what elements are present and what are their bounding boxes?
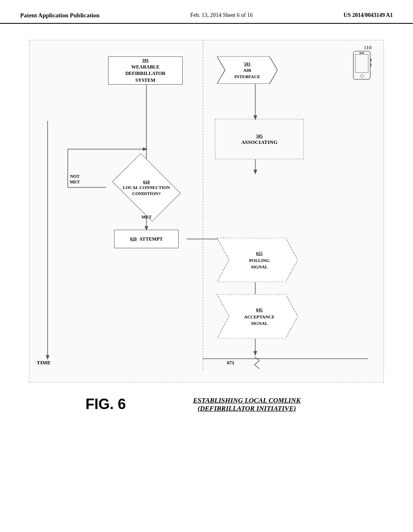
phone-icon bbox=[351, 50, 373, 79]
box-620: 620 ATTEMPT bbox=[114, 230, 179, 248]
bottom-row: FIG. 6 ESTABLISHING LOCAL COMLINK (DEFIB… bbox=[29, 391, 384, 413]
met-label: MET bbox=[142, 214, 152, 219]
svg-text:645: 645 bbox=[256, 307, 263, 312]
box-610-text1: LOCAL CONNECTION bbox=[110, 185, 183, 190]
box-610: 610 LOCAL CONNECTION CONDITION? bbox=[106, 161, 187, 214]
svg-rect-13 bbox=[353, 51, 370, 79]
box-101-text2: DEFIBRILLATOR bbox=[125, 70, 166, 77]
not-met-label: NOT MET bbox=[70, 173, 80, 185]
box-101-text3: SYSTEM bbox=[136, 77, 155, 84]
box-505: 505 ASSOCIATING bbox=[215, 119, 304, 159]
svg-text:AIR: AIR bbox=[243, 68, 252, 73]
svg-text:SIGNAL: SIGNAL bbox=[251, 321, 268, 326]
diagram-svg bbox=[29, 40, 384, 382]
caption-container: ESTABLISHING LOCAL COMLINK (DEFIBRILLATO… bbox=[134, 391, 360, 413]
header-center-label: Feb. 13, 2014 Sheet 6 of 16 bbox=[190, 12, 253, 19]
main-content: 110 101 WEARABLE DEFIBRILLATOR SYSTEM bbox=[0, 24, 413, 421]
box-501: 501 AIR INTERFACE bbox=[217, 56, 277, 84]
svg-rect-14 bbox=[355, 54, 368, 73]
box-645: 645 ACCEPTANCE SIGNAL bbox=[217, 294, 298, 339]
box-610-num: 610 bbox=[143, 179, 150, 184]
time-label: TIME bbox=[37, 360, 51, 366]
header-left-label: Patent Application Publication bbox=[20, 12, 100, 19]
svg-rect-18 bbox=[370, 63, 371, 66]
ref-110-label: 110 bbox=[364, 44, 371, 51]
diagram-container: 110 101 WEARABLE DEFIBRILLATOR SYSTEM bbox=[29, 40, 384, 382]
box-620-text: ATTEMPT bbox=[139, 236, 163, 243]
caption-line1: ESTABLISHING LOCAL COMLINK bbox=[134, 397, 360, 405]
box-671-label: 671 bbox=[227, 360, 234, 366]
svg-text:SIGNAL: SIGNAL bbox=[251, 264, 268, 269]
svg-point-15 bbox=[361, 75, 364, 78]
box-610-text2: CONDITION? bbox=[110, 190, 183, 196]
caption-line2: (DEFIBRILLATOR INITIATIVE) bbox=[134, 405, 360, 413]
caption-area: ESTABLISHING LOCAL COMLINK (DEFIBRILLATO… bbox=[134, 397, 360, 413]
box-101: 101 WEARABLE DEFIBRILLATOR SYSTEM bbox=[108, 56, 183, 85]
box-101-text1: WEARABLE bbox=[131, 64, 159, 71]
box-620-num: 620 bbox=[130, 236, 137, 242]
box-101-num: 101 bbox=[142, 57, 149, 63]
fig-label: FIG. 6 bbox=[86, 396, 134, 413]
box-505-num: 505 bbox=[256, 133, 263, 138]
svg-text:POLLING: POLLING bbox=[249, 258, 270, 263]
box-625: 625 POLLING SIGNAL bbox=[217, 238, 298, 282]
svg-text:625: 625 bbox=[256, 251, 263, 256]
svg-text:INTERFACE: INTERFACE bbox=[234, 74, 260, 79]
header-right-label: US 2014/0043149 A1 bbox=[344, 12, 393, 19]
svg-text:501: 501 bbox=[244, 61, 251, 66]
box-505-text: ASSOCIATING bbox=[241, 139, 277, 145]
header: Patent Application Publication Feb. 13, … bbox=[0, 0, 413, 24]
svg-text:ACCEPTANCE: ACCEPTANCE bbox=[244, 314, 275, 319]
fig-label-container: FIG. 6 bbox=[53, 392, 134, 413]
svg-rect-16 bbox=[359, 52, 364, 54]
svg-rect-17 bbox=[370, 58, 371, 62]
